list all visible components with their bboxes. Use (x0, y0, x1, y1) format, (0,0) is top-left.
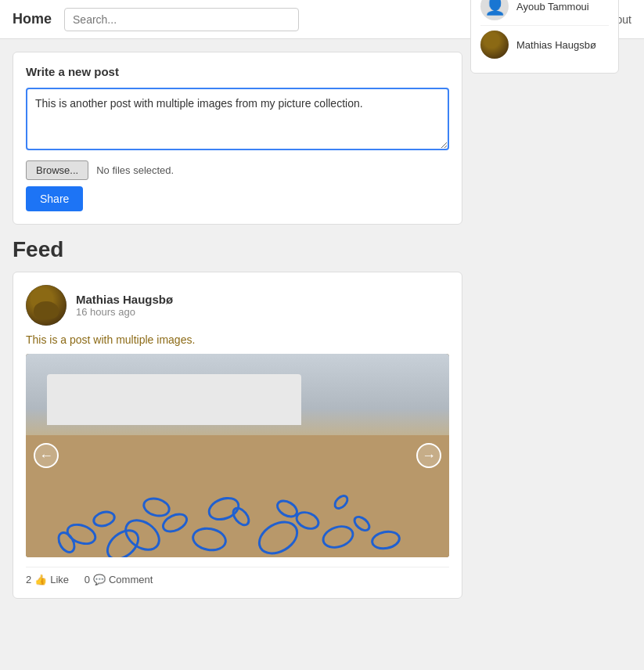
friend-avatar-2 (480, 31, 509, 59)
like-count: 2 (26, 574, 31, 585)
share-button[interactable]: Share (26, 186, 83, 211)
post-user-info: Mathias Haugsbø 16 hours ago (76, 293, 173, 318)
site-title: Home (13, 11, 52, 27)
action-separator (75, 574, 78, 585)
rope-squiggles (47, 484, 428, 551)
rope-piece (190, 524, 229, 553)
comment-label: Comment (109, 574, 153, 585)
comment-icon: 💬 (93, 574, 106, 585)
write-post-title: Write a new post (26, 65, 449, 78)
friend-avatar-image-2 (480, 31, 509, 59)
rope-piece (318, 521, 357, 553)
post-actions: 2 👍 Like 0 💬 Comment (26, 567, 449, 585)
like-label: Like (50, 574, 69, 585)
right-arrow-icon: → (422, 448, 436, 464)
post-card: Mathias Haugsbø 16 hours ago This is a p… (13, 272, 462, 599)
like-button[interactable]: 👍 Like (34, 574, 69, 585)
friend-item-1: 👤 Ayoub Tammoui (480, 0, 609, 26)
thumbs-up-icon: 👍 (34, 574, 47, 585)
person-icon: 👤 (484, 0, 505, 16)
slider-background (26, 354, 449, 557)
post-time: 16 hours ago (76, 306, 173, 318)
rope-piece (331, 492, 351, 512)
friend-name-1[interactable]: Ayoub Tammoui (516, 1, 589, 13)
slider-arrow-right[interactable]: → (416, 443, 441, 468)
no-files-label: No files selected. (96, 164, 174, 176)
friends-card: Friends 👤 Ayoub Tammoui Mathias Haugsbø (470, 0, 619, 74)
left-arrow-icon: ← (39, 448, 53, 464)
post-username: Mathias Haugsbø (76, 293, 173, 306)
file-row: Browse... No files selected. (26, 160, 449, 180)
search-input[interactable] (64, 8, 299, 31)
comment-button[interactable]: 💬 Comment (93, 574, 153, 585)
image-slider: ← → (26, 354, 449, 557)
post-header: Mathias Haugsbø 16 hours ago (26, 285, 449, 326)
avatar (26, 285, 67, 326)
browse-button[interactable]: Browse... (26, 160, 88, 180)
friend-name-2[interactable]: Mathias Haugsbø (516, 39, 596, 51)
main-column: Write a new post This is another post wi… (13, 52, 462, 611)
comment-count: 0 (85, 574, 90, 585)
write-post-card: Write a new post This is another post wi… (13, 52, 462, 225)
friend-item-2: Mathias Haugsbø (480, 26, 609, 63)
slider-arrow-left[interactable]: ← (34, 443, 59, 468)
rope-piece (91, 508, 117, 529)
rope-piece (369, 528, 402, 552)
avatar-image (26, 285, 67, 326)
friend-avatar-1: 👤 (480, 0, 509, 20)
right-column: Ads Friends 👤 Ayoub Tammoui Mathias Haug… (475, 52, 631, 611)
rope-piece (140, 494, 172, 519)
rope-overlay (26, 435, 449, 557)
feed-title: Feed (13, 237, 462, 262)
post-text: This is a post with multiple images. (26, 333, 449, 346)
page-layout: Write a new post This is another post wi… (0, 39, 644, 624)
post-textarea[interactable]: This is another post with multiple image… (26, 88, 449, 150)
